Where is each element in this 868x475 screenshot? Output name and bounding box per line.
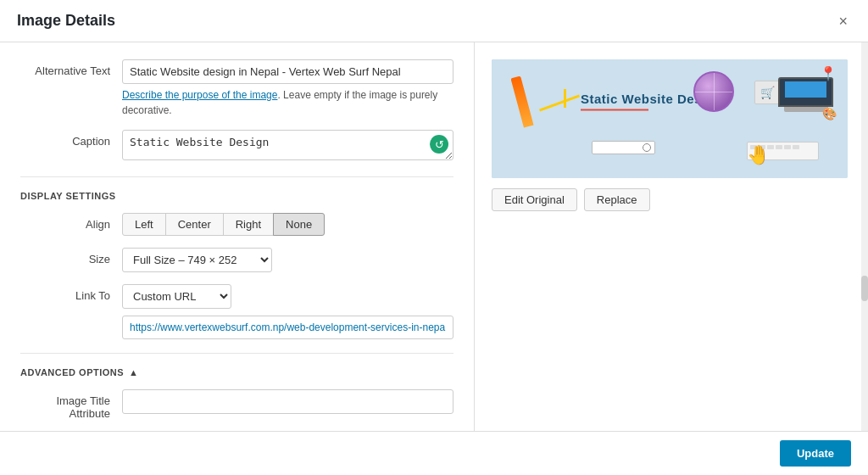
image-title-row: Image Title Attribute [20,389,453,420]
caption-wrap: Static Website Design ↺ [122,130,453,163]
image-preview-inner: Static Website Design [492,59,848,178]
link-to-select[interactable]: Custom URL [122,284,231,309]
align-buttons: Left Center Right None [122,213,453,236]
link-to-label: Link To [20,284,122,302]
modal-header: Image Details × [0,0,868,42]
caption-input[interactable]: Static Website Design [122,130,453,160]
align-right-button[interactable]: Right [223,213,274,236]
divider-1 [20,176,453,177]
cart-decoration: 🛒 [754,81,780,104]
laptop-screen [778,77,833,107]
arrow-decoration [539,95,580,112]
describe-purpose-link[interactable]: Describe the purpose of the image [122,89,277,101]
caption-generate-icon[interactable]: ↺ [430,135,448,154]
preview-search [592,141,655,154]
image-details-modal: Image Details × Alternative Text Describ… [0,0,868,475]
pin-decoration: 📍 [820,65,837,81]
modal-body: Alternative Text Describe the purpose of… [0,42,868,431]
display-settings-title: DISPLAY SETTINGS [20,191,453,201]
align-left-button[interactable]: Left [122,213,166,236]
advanced-options-toggle[interactable]: ADVANCED OPTIONS ▲ [20,367,453,377]
align-label: Align [20,213,122,231]
globe-decoration [693,71,734,112]
size-wrap: Full Size – 749 × 252 [122,248,453,272]
search-circle [643,143,651,152]
alt-text-hint: Describe the purpose of the image. Leave… [122,87,453,118]
preview-decorations: Static Website Design [492,59,848,178]
image-preview: Static Website Design [492,59,848,178]
close-button[interactable]: × [835,14,851,29]
update-button[interactable]: Update [780,440,851,467]
hand-decoration: 🤚 [747,144,770,166]
link-to-row: Link To Custom URL [20,284,453,339]
modal-footer: Update [0,431,868,475]
replace-button[interactable]: Replace [584,188,650,211]
alt-text-label: Alternative Text [20,59,122,77]
advanced-arrow-icon: ▲ [129,367,138,377]
laptop-base [784,107,828,112]
divider-2 [20,353,453,354]
size-row: Size Full Size – 749 × 252 [20,248,453,272]
palette-decoration: 🎨 [822,107,837,120]
laptop-display [785,81,826,98]
modal-overlay: Image Details × Alternative Text Describ… [0,0,868,475]
size-select[interactable]: Full Size – 749 × 252 [122,248,272,272]
right-panel: Static Website Design [475,42,868,431]
size-label: Size [20,248,122,265]
scrollbar[interactable] [861,42,868,431]
left-panel: Alternative Text Describe the purpose of… [0,42,475,431]
align-center-button[interactable]: Center [165,213,224,236]
alt-text-wrap: Describe the purpose of the image. Leave… [122,59,453,118]
align-wrap: Left Center Right None [122,213,453,236]
image-title-wrap [122,389,453,414]
image-title-label: Image Title Attribute [20,389,122,420]
caption-label: Caption [20,130,122,148]
align-none-button[interactable]: None [273,213,325,236]
image-action-buttons: Edit Original Replace [492,188,851,211]
custom-url-input[interactable] [122,316,453,339]
caption-row: Caption Static Website Design ↺ [20,130,453,163]
scrollbar-thumb[interactable] [861,276,868,301]
preview-underline [581,109,648,111]
alt-text-input[interactable] [122,59,453,84]
link-to-wrap: Custom URL [122,284,453,339]
align-row: Align Left Center Right None [20,213,453,236]
modal-title: Image Details [17,12,115,30]
arrow-vertical [564,89,566,108]
pencil-decoration [510,75,533,127]
alt-text-row: Alternative Text Describe the purpose of… [20,59,453,118]
advanced-options-title: ADVANCED OPTIONS [20,367,124,377]
edit-original-button[interactable]: Edit Original [492,188,577,211]
image-title-input[interactable] [122,389,453,414]
globe-line-v [714,73,715,110]
